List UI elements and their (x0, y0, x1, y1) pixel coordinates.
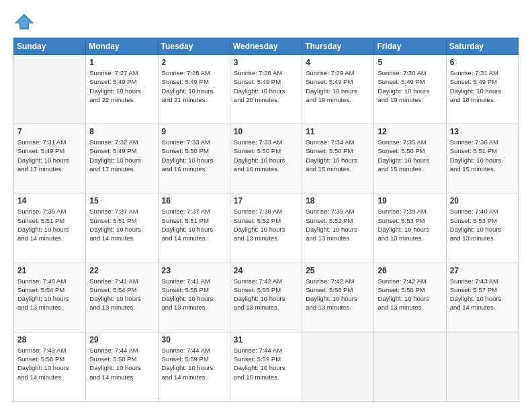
calendar-cell (446, 332, 518, 401)
calendar-cell: 11Sunrise: 7:34 AM Sunset: 5:50 PM Dayli… (302, 124, 374, 193)
calendar-cell: 16Sunrise: 7:37 AM Sunset: 5:51 PM Dayli… (158, 193, 230, 263)
calendar-cell: 24Sunrise: 7:42 AM Sunset: 5:55 PM Dayli… (230, 263, 302, 332)
day-number: 15 (89, 196, 154, 205)
calendar-cell: 13Sunrise: 7:36 AM Sunset: 5:51 PM Dayli… (446, 124, 518, 193)
day-number: 23 (162, 266, 226, 275)
day-info: Sunrise: 7:29 AM Sunset: 5:49 PM Dayligh… (306, 68, 370, 104)
calendar-table: SundayMondayTuesdayWednesdayThursdayFrid… (13, 38, 519, 402)
calendar-cell: 23Sunrise: 7:41 AM Sunset: 5:55 PM Dayli… (158, 263, 230, 332)
day-info: Sunrise: 7:30 AM Sunset: 5:49 PM Dayligh… (378, 68, 442, 104)
calendar-cell: 21Sunrise: 7:40 AM Sunset: 5:54 PM Dayli… (14, 263, 86, 332)
calendar-cell: 2Sunrise: 7:28 AM Sunset: 5:49 PM Daylig… (158, 55, 230, 124)
day-number: 14 (17, 196, 82, 205)
calendar-cell: 1Sunrise: 7:27 AM Sunset: 5:49 PM Daylig… (86, 55, 158, 124)
calendar-row-3: 21Sunrise: 7:40 AM Sunset: 5:54 PM Dayli… (14, 263, 519, 332)
day-info: Sunrise: 7:31 AM Sunset: 5:49 PM Dayligh… (17, 138, 82, 173)
calendar-cell: 26Sunrise: 7:42 AM Sunset: 5:56 PM Dayli… (374, 263, 446, 332)
day-info: Sunrise: 7:39 AM Sunset: 5:52 PM Dayligh… (306, 207, 370, 242)
calendar-cell: 3Sunrise: 7:28 AM Sunset: 5:49 PM Daylig… (230, 55, 302, 124)
svg-marker-1 (16, 15, 32, 28)
day-info: Sunrise: 7:38 AM Sunset: 5:52 PM Dayligh… (234, 207, 298, 242)
calendar-cell: 30Sunrise: 7:44 AM Sunset: 5:59 PM Dayli… (158, 332, 230, 401)
calendar-cell: 9Sunrise: 7:33 AM Sunset: 5:50 PM Daylig… (158, 124, 230, 193)
day-info: Sunrise: 7:31 AM Sunset: 5:49 PM Dayligh… (450, 68, 515, 104)
calendar-cell: 7Sunrise: 7:31 AM Sunset: 5:49 PM Daylig… (14, 124, 86, 193)
day-info: Sunrise: 7:44 AM Sunset: 5:59 PM Dayligh… (234, 346, 298, 381)
day-info: Sunrise: 7:33 AM Sunset: 5:50 PM Dayligh… (162, 138, 226, 173)
day-number: 7 (17, 127, 82, 136)
day-number: 31 (234, 335, 298, 345)
calendar-cell: 17Sunrise: 7:38 AM Sunset: 5:52 PM Dayli… (230, 193, 302, 263)
day-info: Sunrise: 7:39 AM Sunset: 5:53 PM Dayligh… (378, 207, 442, 242)
day-info: Sunrise: 7:41 AM Sunset: 5:55 PM Dayligh… (162, 277, 226, 312)
calendar-row-4: 28Sunrise: 7:43 AM Sunset: 5:58 PM Dayli… (14, 332, 519, 401)
day-number: 6 (450, 58, 515, 67)
calendar-row-1: 7Sunrise: 7:31 AM Sunset: 5:49 PM Daylig… (14, 124, 519, 193)
day-info: Sunrise: 7:33 AM Sunset: 5:50 PM Dayligh… (234, 138, 298, 173)
col-header-thursday: Thursday (302, 38, 374, 55)
day-number: 27 (450, 266, 515, 275)
calendar-cell (14, 55, 86, 124)
logo (13, 12, 38, 31)
calendar-cell: 14Sunrise: 7:36 AM Sunset: 5:51 PM Dayli… (14, 193, 86, 263)
day-number: 2 (162, 58, 226, 67)
day-info: Sunrise: 7:40 AM Sunset: 5:53 PM Dayligh… (450, 207, 515, 242)
day-number: 25 (306, 266, 370, 275)
day-info: Sunrise: 7:37 AM Sunset: 5:51 PM Dayligh… (162, 207, 226, 242)
day-info: Sunrise: 7:34 AM Sunset: 5:50 PM Dayligh… (306, 138, 370, 173)
calendar-cell: 12Sunrise: 7:35 AM Sunset: 5:50 PM Dayli… (374, 124, 446, 193)
calendar-cell: 31Sunrise: 7:44 AM Sunset: 5:59 PM Dayli… (230, 332, 302, 401)
calendar-cell: 8Sunrise: 7:32 AM Sunset: 5:49 PM Daylig… (86, 124, 158, 193)
day-number: 17 (234, 196, 298, 205)
day-number: 20 (450, 196, 515, 205)
calendar-cell: 20Sunrise: 7:40 AM Sunset: 5:53 PM Dayli… (446, 193, 518, 263)
day-info: Sunrise: 7:35 AM Sunset: 5:50 PM Dayligh… (378, 138, 442, 173)
day-number: 18 (306, 196, 370, 205)
day-info: Sunrise: 7:27 AM Sunset: 5:49 PM Dayligh… (89, 68, 154, 104)
calendar-header-row: SundayMondayTuesdayWednesdayThursdayFrid… (14, 38, 519, 55)
calendar-cell (302, 332, 374, 401)
day-number: 28 (17, 335, 82, 345)
day-number: 10 (234, 127, 298, 136)
day-info: Sunrise: 7:44 AM Sunset: 5:58 PM Dayligh… (89, 346, 154, 381)
day-number: 30 (162, 335, 226, 345)
day-number: 16 (162, 196, 226, 205)
day-number: 26 (378, 266, 442, 275)
calendar-cell: 18Sunrise: 7:39 AM Sunset: 5:52 PM Dayli… (302, 193, 374, 263)
day-number: 8 (89, 127, 154, 136)
col-header-saturday: Saturday (446, 38, 518, 55)
col-header-tuesday: Tuesday (158, 38, 230, 55)
calendar-cell: 10Sunrise: 7:33 AM Sunset: 5:50 PM Dayli… (230, 124, 302, 193)
day-info: Sunrise: 7:43 AM Sunset: 5:58 PM Dayligh… (17, 346, 82, 381)
col-header-monday: Monday (86, 38, 158, 55)
day-number: 19 (378, 196, 442, 205)
day-number: 24 (234, 266, 298, 275)
day-number: 29 (89, 335, 154, 345)
calendar-cell: 5Sunrise: 7:30 AM Sunset: 5:49 PM Daylig… (374, 55, 446, 124)
day-number: 1 (89, 58, 154, 67)
calendar-cell: 29Sunrise: 7:44 AM Sunset: 5:58 PM Dayli… (86, 332, 158, 401)
day-info: Sunrise: 7:36 AM Sunset: 5:51 PM Dayligh… (450, 138, 515, 173)
calendar-cell: 28Sunrise: 7:43 AM Sunset: 5:58 PM Dayli… (14, 332, 86, 401)
calendar-cell: 6Sunrise: 7:31 AM Sunset: 5:49 PM Daylig… (446, 55, 518, 124)
calendar-row-2: 14Sunrise: 7:36 AM Sunset: 5:51 PM Dayli… (14, 193, 519, 263)
day-number: 22 (89, 266, 154, 275)
calendar-cell: 15Sunrise: 7:37 AM Sunset: 5:51 PM Dayli… (86, 193, 158, 263)
day-info: Sunrise: 7:36 AM Sunset: 5:51 PM Dayligh… (17, 207, 82, 242)
day-number: 21 (17, 266, 82, 275)
day-info: Sunrise: 7:28 AM Sunset: 5:49 PM Dayligh… (234, 68, 298, 104)
calendar-cell: 22Sunrise: 7:41 AM Sunset: 5:54 PM Dayli… (86, 263, 158, 332)
col-header-sunday: Sunday (14, 38, 86, 55)
day-info: Sunrise: 7:40 AM Sunset: 5:54 PM Dayligh… (17, 277, 82, 312)
day-number: 5 (378, 58, 442, 67)
day-info: Sunrise: 7:41 AM Sunset: 5:54 PM Dayligh… (89, 277, 154, 312)
day-info: Sunrise: 7:42 AM Sunset: 5:55 PM Dayligh… (234, 277, 298, 312)
day-number: 9 (162, 127, 226, 136)
col-header-wednesday: Wednesday (230, 38, 302, 55)
day-info: Sunrise: 7:44 AM Sunset: 5:59 PM Dayligh… (162, 346, 226, 381)
page: SundayMondayTuesdayWednesdayThursdayFrid… (0, 0, 532, 411)
calendar-cell: 25Sunrise: 7:42 AM Sunset: 5:56 PM Dayli… (302, 263, 374, 332)
col-header-friday: Friday (374, 38, 446, 55)
calendar-cell (374, 332, 446, 401)
day-info: Sunrise: 7:42 AM Sunset: 5:56 PM Dayligh… (306, 277, 370, 312)
